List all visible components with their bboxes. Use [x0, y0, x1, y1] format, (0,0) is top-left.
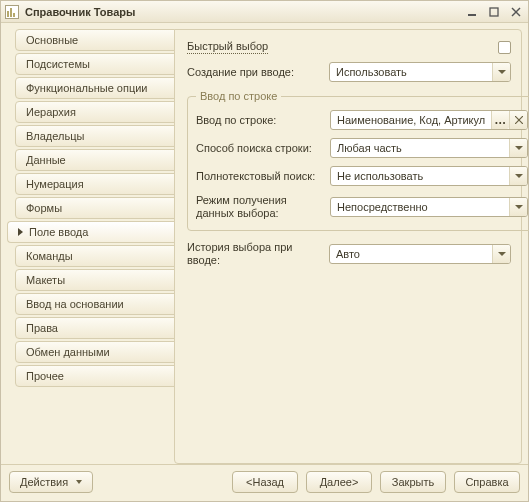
quick-select-row: Быстрый выбор — [187, 40, 511, 54]
sidebar-item-other[interactable]: Прочее — [15, 365, 175, 387]
sidebar-item-label: Прочее — [26, 370, 64, 382]
fulltext-combo[interactable]: Не использовать — [330, 166, 528, 186]
field-value: Наименование, Код, Артикул — [331, 114, 491, 126]
input-by-string-row: Ввод по строке: Наименование, Код, Артик… — [196, 110, 528, 130]
window-controls — [464, 5, 524, 19]
window: Справочник Товары Основные Подсистемы Фу… — [0, 0, 529, 502]
sidebar-item-hierarchy[interactable]: Иерархия — [15, 101, 175, 123]
sidebar-item-functional-options[interactable]: Функциональные опции — [15, 77, 175, 99]
sidebar-item-label: Макеты — [26, 274, 65, 286]
footer: Действия <Назад Далее> Закрыть Справка — [1, 464, 528, 501]
svg-rect-1 — [490, 8, 498, 16]
sidebar-item-label: Иерархия — [26, 106, 76, 118]
sidebar-item-label: Владельцы — [26, 130, 84, 142]
create-on-input-combo[interactable]: Использовать — [329, 62, 511, 82]
sidebar-item-label: Нумерация — [26, 178, 84, 190]
sidebar-item-templates[interactable]: Макеты — [15, 269, 175, 291]
input-by-string-field[interactable]: Наименование, Код, Артикул … — [330, 110, 528, 130]
quick-select-link[interactable]: Быстрый выбор — [187, 40, 268, 54]
sidebar-item-numbering[interactable]: Нумерация — [15, 173, 175, 195]
input-by-string-label: Ввод по строке: — [196, 114, 324, 127]
sidebar-item-subsystems[interactable]: Подсистемы — [15, 53, 175, 75]
sidebar-item-forms[interactable]: Формы — [15, 197, 175, 219]
maximize-button[interactable] — [486, 5, 502, 19]
quick-select-checkbox[interactable] — [498, 41, 511, 54]
sidebar-item-owners[interactable]: Владельцы — [15, 125, 175, 147]
sidebar-item-main[interactable]: Основные — [15, 29, 175, 51]
sidebar-item-label: Ввод на основании — [26, 298, 124, 310]
dropdown-button[interactable] — [492, 245, 510, 263]
minimize-button[interactable] — [464, 5, 480, 19]
group-legend: Ввод по строке — [196, 90, 281, 102]
sidebar: Основные Подсистемы Функциональные опции… — [7, 29, 175, 464]
fetch-mode-row: Режим получения данных выбора: Непосредс… — [196, 194, 528, 220]
app-icon — [5, 5, 19, 19]
close-window-button[interactable]: Закрыть — [380, 471, 446, 493]
fetch-mode-combo[interactable]: Непосредственно — [330, 197, 528, 217]
chevron-down-icon — [515, 146, 523, 150]
chevron-down-icon — [515, 205, 523, 209]
fulltext-label: Полнотекстовый поиск: — [196, 170, 324, 183]
search-method-combo[interactable]: Любая часть — [330, 138, 528, 158]
combo-value: Не использовать — [331, 170, 509, 182]
titlebar: Справочник Товары — [1, 1, 528, 23]
sidebar-item-label: Данные — [26, 154, 66, 166]
next-button[interactable]: Далее> — [306, 471, 372, 493]
fetch-mode-label: Режим получения данных выбора: — [196, 194, 324, 220]
active-marker-icon — [18, 228, 23, 236]
sidebar-item-label: Обмен данными — [26, 346, 110, 358]
input-by-string-group: Ввод по строке Ввод по строке: Наименова… — [187, 90, 529, 231]
dropdown-button[interactable] — [509, 167, 527, 185]
main-panel: Быстрый выбор Создание при вводе: Исполь… — [174, 29, 522, 464]
combo-value: Использовать — [330, 66, 492, 78]
combo-value: Любая часть — [331, 142, 509, 154]
dropdown-button[interactable] — [509, 139, 527, 157]
sidebar-item-label: Команды — [26, 250, 73, 262]
combo-value: Непосредственно — [331, 201, 509, 213]
sidebar-item-data[interactable]: Данные — [15, 149, 175, 171]
sidebar-item-data-exchange[interactable]: Обмен данными — [15, 341, 175, 363]
button-label: Справка — [465, 476, 508, 488]
combo-value: Авто — [330, 248, 492, 260]
sidebar-item-label: Формы — [26, 202, 62, 214]
actions-button[interactable]: Действия — [9, 471, 93, 493]
button-label: Закрыть — [392, 476, 434, 488]
create-on-input-label: Создание при вводе: — [187, 66, 323, 79]
sidebar-item-input-field[interactable]: Поле ввода — [7, 221, 175, 243]
sidebar-item-rights[interactable]: Права — [15, 317, 175, 339]
history-combo[interactable]: Авто — [329, 244, 511, 264]
chevron-down-icon — [515, 174, 523, 178]
search-method-label: Способ поиска строки: — [196, 142, 324, 155]
fulltext-row: Полнотекстовый поиск: Не использовать — [196, 166, 528, 186]
chevron-down-icon — [498, 252, 506, 256]
history-label: История выбора при вводе: — [187, 241, 323, 267]
dropdown-button[interactable] — [492, 63, 510, 81]
help-button[interactable]: Справка — [454, 471, 520, 493]
sidebar-item-label: Функциональные опции — [26, 82, 147, 94]
button-label: <Назад — [246, 476, 284, 488]
sidebar-item-commands[interactable]: Команды — [15, 245, 175, 267]
sidebar-item-label: Основные — [26, 34, 78, 46]
chevron-down-icon — [498, 70, 506, 74]
close-button[interactable] — [508, 5, 524, 19]
history-row: История выбора при вводе: Авто — [187, 241, 511, 267]
sidebar-item-label: Поле ввода — [29, 226, 88, 238]
clear-button[interactable] — [509, 111, 527, 129]
window-title: Справочник Товары — [25, 6, 464, 18]
create-on-input-row: Создание при вводе: Использовать — [187, 62, 511, 82]
sidebar-item-label: Подсистемы — [26, 58, 90, 70]
ellipsis-button[interactable]: … — [491, 111, 509, 129]
sidebar-item-input-on-basis[interactable]: Ввод на основании — [15, 293, 175, 315]
dropdown-button[interactable] — [509, 198, 527, 216]
search-method-row: Способ поиска строки: Любая часть — [196, 138, 528, 158]
sidebar-item-label: Права — [26, 322, 58, 334]
back-button[interactable]: <Назад — [232, 471, 298, 493]
button-label: Действия — [20, 476, 68, 488]
body: Основные Подсистемы Функциональные опции… — [1, 23, 528, 464]
button-label: Далее> — [320, 476, 359, 488]
